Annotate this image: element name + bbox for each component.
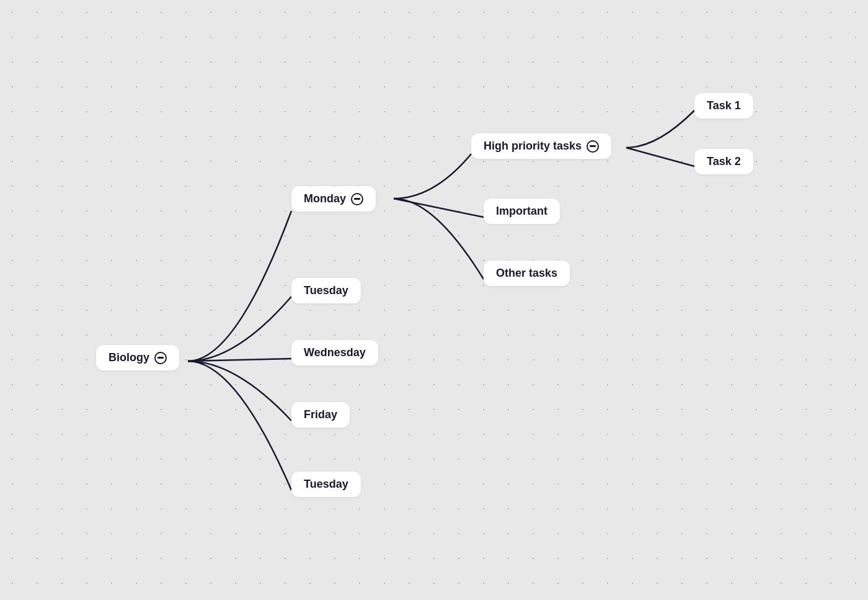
important-label: Important bbox=[496, 205, 547, 218]
biology-label: Biology bbox=[108, 351, 149, 364]
high-priority-collapse-btn[interactable] bbox=[587, 140, 599, 153]
monday-collapse-btn[interactable] bbox=[351, 193, 363, 205]
tuesday2-node[interactable]: Tuesday bbox=[291, 472, 361, 497]
wednesday-node[interactable]: Wednesday bbox=[291, 340, 378, 365]
tuesday1-node[interactable]: Tuesday bbox=[291, 278, 361, 303]
biology-collapse-btn[interactable] bbox=[154, 352, 167, 364]
important-node[interactable]: Important bbox=[484, 199, 560, 224]
task1-label: Task 1 bbox=[707, 99, 741, 112]
biology-node[interactable]: Biology bbox=[96, 345, 179, 370]
monday-label: Monday bbox=[304, 192, 346, 205]
friday-node[interactable]: Friday bbox=[291, 402, 350, 428]
friday-label: Friday bbox=[304, 408, 337, 421]
connections-svg bbox=[0, 0, 868, 600]
task1-node[interactable]: Task 1 bbox=[694, 93, 753, 119]
task2-node[interactable]: Task 2 bbox=[694, 149, 753, 174]
other-tasks-node[interactable]: Other tasks bbox=[484, 261, 570, 286]
task2-label: Task 2 bbox=[707, 155, 741, 168]
tuesday2-label: Tuesday bbox=[304, 478, 348, 491]
high-priority-label: High priority tasks bbox=[484, 140, 582, 153]
mind-map: Biology Monday Tuesday Wednesday Friday … bbox=[0, 0, 868, 600]
high-priority-node[interactable]: High priority tasks bbox=[471, 133, 611, 159]
tuesday1-label: Tuesday bbox=[304, 284, 348, 297]
monday-node[interactable]: Monday bbox=[291, 186, 376, 212]
other-tasks-label: Other tasks bbox=[496, 267, 557, 280]
wednesday-label: Wednesday bbox=[304, 346, 366, 359]
